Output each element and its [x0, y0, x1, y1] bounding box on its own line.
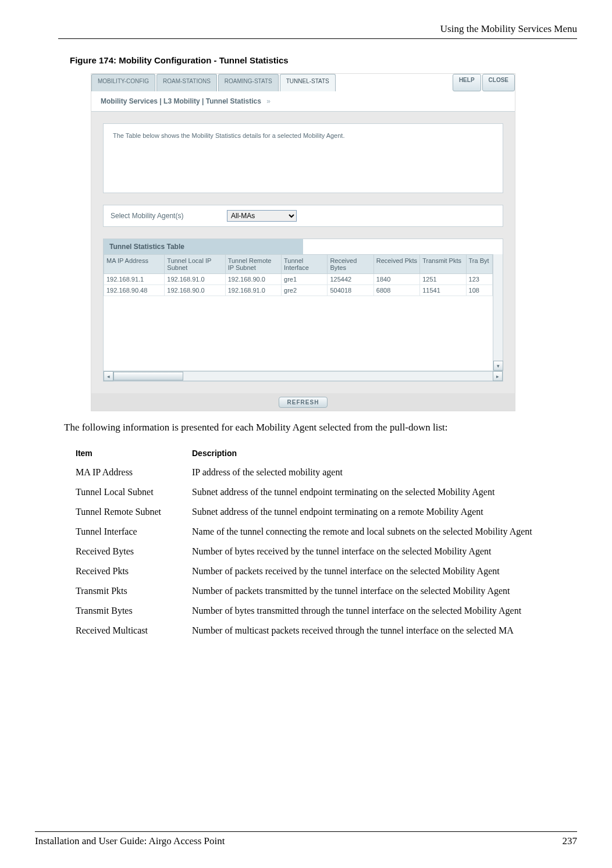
tab-roaming-stats[interactable]: ROAMING-STATS	[218, 74, 279, 91]
footer-rule	[35, 831, 577, 832]
refresh-row: REFRESH	[91, 393, 515, 411]
stats-table-wrap: Tunnel Statistics Table MA IP Address Tu…	[103, 239, 503, 382]
description-item: Transmit Pkts	[76, 581, 192, 601]
description-row: Tunnel Local SubnetSubnet address of the…	[76, 482, 588, 502]
description-text: Name of the tunnel connecting the remote…	[192, 522, 588, 542]
tab-tunnel-stats[interactable]: TUNNEL-STATS	[280, 74, 336, 91]
page-header: Using the Mobility Services Menu	[58, 23, 577, 35]
description-text: Subnet address of the tunnel endpoint te…	[192, 482, 588, 502]
col-tx-bytes: Tra Byt	[466, 255, 492, 274]
description-row: Transmit PktsNumber of packets transmitt…	[76, 581, 588, 601]
description-table: Item Description MA IP AddressIP address…	[76, 444, 588, 641]
description-text: IP address of the selected mobility agen…	[192, 463, 588, 482]
scroll-left-icon[interactable]: ◂	[104, 371, 113, 381]
description-text: Number of bytes received by the tunnel i…	[192, 542, 588, 561]
footer-left: Installation and User Guide: Airgo Acces…	[35, 835, 225, 847]
refresh-button[interactable]: REFRESH	[279, 397, 328, 408]
col-tunnel-if: Tunnel Interface	[282, 255, 328, 274]
description-row: Tunnel Remote SubnetSubnet address of th…	[76, 502, 588, 522]
header-rule	[58, 38, 577, 39]
breadcrumb-arrow-icon: »	[266, 97, 271, 105]
breadcrumb-text: Mobility Services | L3 Mobility | Tunnel…	[101, 97, 261, 105]
select-agent-dropdown[interactable]: All-MAs	[227, 210, 297, 222]
description-row: Received BytesNumber of bytes received b…	[76, 542, 588, 561]
tab-mobility-config[interactable]: MOBILITY-CONFIG	[91, 74, 155, 91]
description-text: Number of multicast packets received thr…	[192, 621, 588, 641]
description-item: Tunnel Remote Subnet	[76, 502, 192, 522]
table-row: 192.168.91.1 192.168.91.0 192.168.90.0 g…	[104, 274, 493, 285]
close-button[interactable]: CLOSE	[482, 74, 515, 91]
col-local-subnet: Tunnel Local IP Subnet	[165, 255, 225, 274]
description-row: Received PktsNumber of packets received …	[76, 561, 588, 581]
description-text: Subnet address of the tunnel endpoint te…	[192, 502, 588, 522]
table-header-row: MA IP Address Tunnel Local IP Subnet Tun…	[104, 255, 493, 274]
stats-table: MA IP Address Tunnel Local IP Subnet Tun…	[104, 254, 493, 354]
stats-table-title: Tunnel Statistics Table	[104, 239, 303, 254]
footer-page-number: 237	[563, 835, 578, 847]
description-item: MA IP Address	[76, 463, 192, 482]
desc-header-item: Item	[76, 444, 192, 463]
description-text: Number of packets received by the tunnel…	[192, 561, 588, 581]
tab-row: MOBILITY-CONFIG ROAM-STATIONS ROAMING-ST…	[91, 74, 515, 91]
scroll-down-icon[interactable]: ▾	[493, 361, 503, 371]
scroll-right-icon[interactable]: ▸	[493, 371, 503, 381]
description-item: Received Pkts	[76, 561, 192, 581]
vertical-scrollbar[interactable]: ▾	[493, 254, 503, 371]
select-agent-label: Select Mobility Agent(s)	[111, 212, 227, 220]
breadcrumb: Mobility Services | L3 Mobility | Tunnel…	[91, 91, 515, 112]
col-remote-subnet: Tunnel Remote IP Subnet	[225, 255, 281, 274]
description-row: Tunnel InterfaceName of the tunnel conne…	[76, 522, 588, 542]
col-tx-pkts: Transmit Pkts	[420, 255, 466, 274]
screenshot-panel: MOBILITY-CONFIG ROAM-STATIONS ROAMING-ST…	[91, 73, 515, 411]
description-item: Tunnel Interface	[76, 522, 192, 542]
scroll-thumb[interactable]	[113, 372, 183, 380]
tab-roam-stations[interactable]: ROAM-STATIONS	[156, 74, 217, 91]
help-button[interactable]: HELP	[453, 74, 481, 91]
select-agent-row: Select Mobility Agent(s) All-MAs	[103, 205, 503, 227]
description-text: Number of packets transmitted by the tun…	[192, 581, 588, 601]
description-item: Received Multicast	[76, 621, 192, 641]
info-text: The Table below shows the Mobility Stati…	[103, 123, 503, 193]
description-row: Transmit BytesNumber of bytes transmitte…	[76, 601, 588, 621]
page-footer: Installation and User Guide: Airgo Acces…	[35, 831, 577, 847]
col-rx-bytes: Received Bytes	[328, 255, 373, 274]
description-item: Tunnel Local Subnet	[76, 482, 192, 502]
col-ma-ip: MA IP Address	[104, 255, 165, 274]
description-row: MA IP AddressIP address of the selected …	[76, 463, 588, 482]
description-row: Received MulticastNumber of multicast pa…	[76, 621, 588, 641]
description-item: Received Bytes	[76, 542, 192, 561]
desc-header-description: Description	[192, 444, 588, 463]
intro-paragraph: The following information is presented f…	[64, 422, 577, 433]
horizontal-scrollbar[interactable]: ◂ ▸	[104, 371, 503, 381]
description-text: Number of bytes transmitted through the …	[192, 601, 588, 621]
figure-caption: Figure 174: Mobility Configuration - Tun…	[70, 55, 577, 65]
col-rx-pkts: Received Pkts	[373, 255, 419, 274]
table-row: 192.168.90.48 192.168.90.0 192.168.91.0 …	[104, 285, 493, 296]
description-item: Transmit Bytes	[76, 601, 192, 621]
